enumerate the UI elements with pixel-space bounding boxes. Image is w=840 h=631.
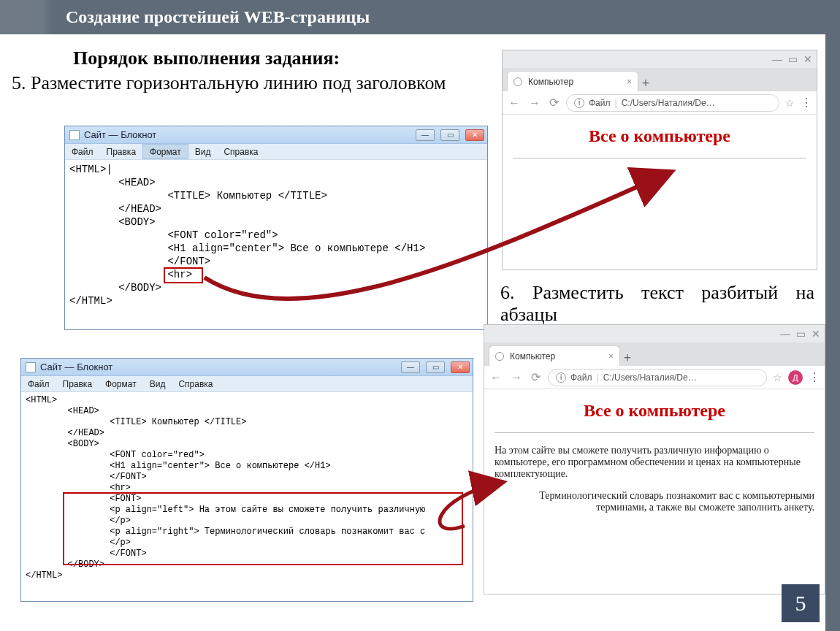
forward-button[interactable]: → bbox=[509, 371, 524, 384]
menu-help[interactable]: Справка bbox=[217, 144, 264, 159]
hr-line bbox=[495, 432, 814, 433]
back-button[interactable]: ← bbox=[507, 96, 522, 110]
browser-window-2: — ▭ ✕ Компьютер × + ← → ⟳ i Файл | C:/Us… bbox=[484, 324, 825, 594]
highlight-paragraphs bbox=[63, 492, 463, 565]
menu-file[interactable]: Файл bbox=[65, 144, 100, 159]
new-tab-button[interactable]: + bbox=[638, 76, 653, 91]
close-button[interactable]: ✕ bbox=[451, 362, 470, 373]
window-title: Сайт — Блокнот bbox=[84, 129, 156, 140]
reload-button[interactable]: ⟳ bbox=[530, 370, 542, 384]
step6-text: 6. Разместить текст разбитый на абзацы bbox=[500, 282, 814, 326]
para-left: На этом сайте вы сможете получить различ… bbox=[495, 445, 814, 480]
menu-icon[interactable]: ⋮ bbox=[809, 370, 820, 384]
browser-frame: — ▭ ✕ bbox=[503, 50, 817, 68]
notepad-window-1: Сайт — Блокнот — ▭ ✕ Файл Правка Формат … bbox=[64, 126, 488, 330]
forward-button[interactable]: → bbox=[527, 96, 542, 110]
info-icon: i bbox=[556, 372, 566, 383]
browser-frame: — ▭ ✕ bbox=[484, 325, 825, 343]
tab-title: Компьютер bbox=[528, 77, 573, 87]
titlebar: Сайт — Блокнот — ▭ ✕ bbox=[21, 359, 473, 376]
browser-tab[interactable]: Компьютер × bbox=[489, 345, 620, 366]
minimize-icon[interactable]: — bbox=[772, 53, 782, 65]
menu-help[interactable]: Справка bbox=[172, 376, 219, 391]
globe-icon bbox=[495, 352, 504, 361]
window-title: Сайт — Блокнот bbox=[40, 362, 112, 372]
hr-line bbox=[513, 158, 806, 158]
para-right: Терминологический словарь познакомит вас… bbox=[495, 490, 814, 513]
step5-text: 5. Разместите горизонтальную линию под з… bbox=[12, 72, 479, 94]
page-heading: Все о компьютере bbox=[495, 401, 814, 421]
code-editor[interactable]: <HTML>| <HEAD> <TITLE> Компьютер </TITLE… bbox=[65, 160, 487, 310]
highlight-hr bbox=[164, 267, 203, 283]
titlebar: Сайт — Блокнот — ▭ ✕ bbox=[65, 126, 487, 144]
menu-format[interactable]: Формат bbox=[99, 376, 143, 391]
slide-title: Создание простейшей WEB-страницы bbox=[66, 7, 370, 26]
maximize-button[interactable]: ▭ bbox=[426, 362, 445, 373]
minimize-button[interactable]: — bbox=[416, 129, 435, 141]
maximize-button[interactable]: ▭ bbox=[440, 129, 459, 141]
rendered-page: Все о компьютере На этом сайте вы сможет… bbox=[484, 389, 825, 535]
slide-header: Создание простейшей WEB-страницы bbox=[0, 0, 840, 34]
tab-close-icon[interactable]: × bbox=[627, 77, 632, 87]
maximize-icon[interactable]: ▭ bbox=[796, 328, 806, 340]
url-field[interactable]: i Файл | C:/Users/Наталия/De… bbox=[566, 94, 779, 112]
menu-edit[interactable]: Правка bbox=[56, 376, 99, 391]
page-number: 5 bbox=[782, 584, 820, 622]
minimize-icon[interactable]: — bbox=[780, 328, 790, 340]
tab-title: Компьютер bbox=[510, 351, 555, 362]
menu-view[interactable]: Вид bbox=[143, 376, 172, 391]
notepad-icon bbox=[69, 130, 80, 140]
browser-window-1: — ▭ ✕ Компьютер × + ← → ⟳ i Файл | C:/Us… bbox=[502, 50, 817, 270]
menubar: Файл Правка Формат Вид Справка bbox=[21, 376, 473, 392]
menu-edit[interactable]: Правка bbox=[100, 144, 143, 159]
bookmark-icon[interactable]: ☆ bbox=[785, 97, 795, 109]
menu-format[interactable]: Формат bbox=[142, 144, 188, 159]
url-field[interactable]: i Файл | C:/Users/Наталия/De… bbox=[548, 369, 767, 386]
url-path: C:/Users/Наталия/De… bbox=[603, 372, 697, 383]
menubar: Файл Правка Формат Вид Справка bbox=[65, 144, 487, 160]
tab-strip: Компьютер × + bbox=[484, 343, 825, 366]
reload-button[interactable]: ⟳ bbox=[548, 96, 560, 110]
close-icon[interactable]: ✕ bbox=[812, 328, 820, 340]
page-heading: Все о компьютере bbox=[513, 126, 806, 146]
bookmark-icon[interactable]: ☆ bbox=[773, 372, 782, 383]
notepad-icon bbox=[26, 362, 36, 372]
address-bar: ← → ⟳ i Файл | C:/Users/Наталия/De… ☆ ⋮ bbox=[503, 91, 817, 115]
tab-strip: Компьютер × + bbox=[503, 68, 817, 91]
rendered-page: Все о компьютере bbox=[503, 115, 817, 182]
info-icon: i bbox=[574, 98, 584, 108]
address-bar: ← → ⟳ i Файл | C:/Users/Наталия/De… ☆ Д … bbox=[484, 366, 825, 389]
close-button[interactable]: ✕ bbox=[465, 129, 484, 141]
maximize-icon[interactable]: ▭ bbox=[788, 53, 798, 65]
globe-icon bbox=[513, 77, 522, 86]
new-tab-button[interactable]: + bbox=[620, 351, 635, 366]
url-path: C:/Users/Наталия/De… bbox=[622, 98, 715, 108]
menu-file[interactable]: Файл bbox=[21, 376, 56, 391]
tab-close-icon[interactable]: × bbox=[608, 351, 614, 362]
menu-view[interactable]: Вид bbox=[188, 144, 218, 159]
slide-stripe bbox=[825, 34, 840, 631]
back-button[interactable]: ← bbox=[489, 371, 503, 384]
file-prefix: Файл bbox=[570, 372, 592, 383]
minimize-button[interactable]: — bbox=[401, 362, 420, 373]
close-icon[interactable]: ✕ bbox=[803, 53, 812, 65]
browser-tab[interactable]: Компьютер × bbox=[507, 71, 638, 91]
file-prefix: Файл bbox=[589, 98, 611, 108]
menu-icon[interactable]: ⋮ bbox=[801, 96, 812, 110]
avatar[interactable]: Д bbox=[788, 370, 803, 385]
